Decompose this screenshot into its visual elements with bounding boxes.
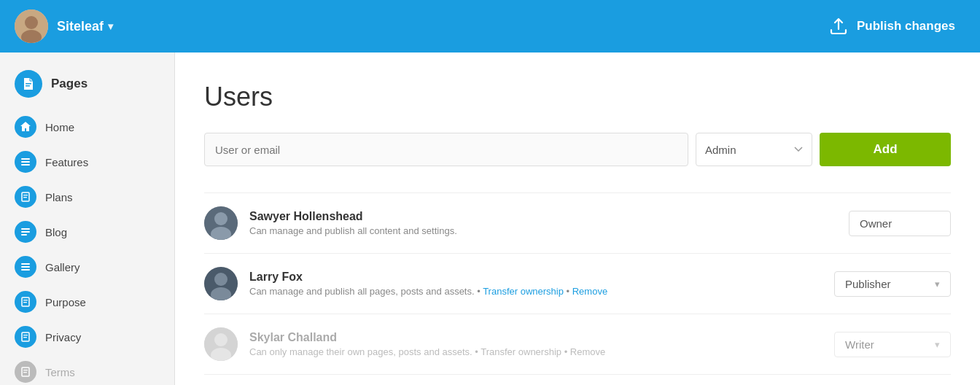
table-row: Larry Fox Can manage and publish all pag… <box>204 254 951 314</box>
pages-icon <box>15 70 42 98</box>
sidebar-item-privacy-label: Privacy <box>45 331 81 343</box>
role-dropdown[interactable]: Publisher ▾ <box>834 271 951 297</box>
user-description: Can manage and publish all content and s… <box>249 225 837 236</box>
user-email-input[interactable] <box>204 133 688 166</box>
role-label: Writer <box>845 338 874 351</box>
brand-name: Siteleaf <box>57 19 104 34</box>
svg-rect-14 <box>21 263 30 265</box>
user-name: Sawyer Hollenshead <box>249 210 837 223</box>
sidebar-item-plans-label: Plans <box>45 191 73 203</box>
add-user-form: Admin Publisher Writer Add <box>204 133 951 166</box>
user-info: Skylar Challand Can only manage their ow… <box>249 331 822 357</box>
page-title: Users <box>204 82 951 112</box>
avatar <box>204 327 238 361</box>
privacy-icon <box>15 326 36 348</box>
chevron-down-icon: ▾ <box>935 279 940 289</box>
user-description: Can manage and publish all pages, posts … <box>249 286 822 297</box>
role-select[interactable]: Admin Publisher Writer <box>696 133 812 166</box>
transfer-ownership-link[interactable]: Transfer ownership <box>483 286 564 297</box>
svg-rect-19 <box>23 302 27 303</box>
sidebar-item-gallery[interactable]: Gallery <box>0 249 174 284</box>
home-icon <box>15 116 36 138</box>
transfer-ownership-link[interactable]: Transfer ownership <box>481 346 561 357</box>
user-info: Sawyer Hollenshead Can manage and publis… <box>249 210 837 236</box>
brand[interactable]: Siteleaf ▾ <box>57 19 113 34</box>
topbar: Siteleaf ▾ Publish changes <box>0 0 980 52</box>
svg-rect-18 <box>23 300 28 300</box>
svg-rect-15 <box>21 266 30 268</box>
role-dropdown[interactable]: Writer ▾ <box>834 332 951 357</box>
svg-point-36 <box>214 333 228 346</box>
svg-rect-11 <box>21 228 30 230</box>
svg-rect-10 <box>23 197 27 198</box>
svg-rect-21 <box>23 335 28 335</box>
sidebar-item-home[interactable]: Home <box>0 109 174 144</box>
publish-button[interactable]: Publish changes <box>817 9 965 43</box>
svg-point-1 <box>25 16 38 29</box>
svg-rect-9 <box>23 195 28 195</box>
sidebar-item-purpose-label: Purpose <box>45 296 86 308</box>
user-description: Can only manage their own pages, posts a… <box>249 346 822 357</box>
role-label: Owner <box>860 217 892 230</box>
sidebar-item-features[interactable]: Features <box>0 144 174 179</box>
svg-rect-12 <box>21 231 30 233</box>
sidebar-item-terms[interactable]: Terms <box>0 354 174 385</box>
table-row: Skylar Challand Can only manage their ow… <box>204 314 951 375</box>
svg-rect-6 <box>21 161 30 163</box>
main-layout: Pages Home Features <box>0 52 980 385</box>
terms-icon <box>15 361 36 383</box>
sidebar-section-label: Pages <box>51 77 88 91</box>
sidebar-item-blog[interactable]: Blog <box>0 214 174 249</box>
features-icon <box>15 151 36 173</box>
chevron-down-icon: ▾ <box>935 339 940 350</box>
sidebar-pages-header: Pages <box>0 70 174 109</box>
user-list: Sawyer Hollenshead Can manage and publis… <box>204 192 951 375</box>
sidebar-item-privacy[interactable]: Privacy <box>0 319 174 354</box>
sidebar-item-features-label: Features <box>45 156 88 168</box>
table-row: Sawyer Hollenshead Can manage and publis… <box>204 193 951 254</box>
avatar <box>204 267 238 300</box>
svg-rect-22 <box>23 337 27 338</box>
sidebar-item-purpose[interactable]: Purpose <box>0 284 174 319</box>
content-area: Users Admin Publisher Writer Add <box>175 52 980 385</box>
svg-point-30 <box>214 212 228 225</box>
gallery-icon <box>15 256 36 278</box>
role-badge: Owner <box>849 211 951 236</box>
svg-rect-24 <box>23 370 28 370</box>
user-name: Skylar Challand <box>249 331 822 344</box>
svg-rect-4 <box>26 85 30 87</box>
sidebar-item-home-label: Home <box>45 121 74 133</box>
sidebar-item-terms-label: Terms <box>45 366 75 378</box>
svg-rect-16 <box>21 269 30 271</box>
publish-icon <box>828 15 849 37</box>
sidebar: Pages Home Features <box>0 52 175 385</box>
sidebar-item-plans[interactable]: Plans <box>0 179 174 214</box>
svg-rect-7 <box>21 164 30 166</box>
publish-label: Publish changes <box>857 19 955 34</box>
svg-rect-25 <box>23 372 27 373</box>
sidebar-item-gallery-label: Gallery <box>45 261 80 273</box>
sidebar-item-blog-label: Blog <box>45 226 67 238</box>
user-avatar <box>15 9 48 43</box>
plans-icon <box>15 186 36 208</box>
brand-chevron-icon: ▾ <box>108 20 113 32</box>
svg-rect-5 <box>21 158 30 160</box>
svg-rect-3 <box>26 83 31 85</box>
remove-user-link[interactable]: Remove <box>570 346 605 357</box>
remove-user-link[interactable]: Remove <box>572 286 607 297</box>
svg-rect-13 <box>21 234 27 236</box>
purpose-icon <box>15 291 36 313</box>
add-user-button[interactable]: Add <box>820 133 951 166</box>
svg-point-33 <box>214 273 228 286</box>
avatar <box>204 206 238 240</box>
role-label: Publisher <box>845 278 891 290</box>
user-info: Larry Fox Can manage and publish all pag… <box>249 271 822 297</box>
user-name: Larry Fox <box>249 271 822 284</box>
blog-icon <box>15 221 36 243</box>
